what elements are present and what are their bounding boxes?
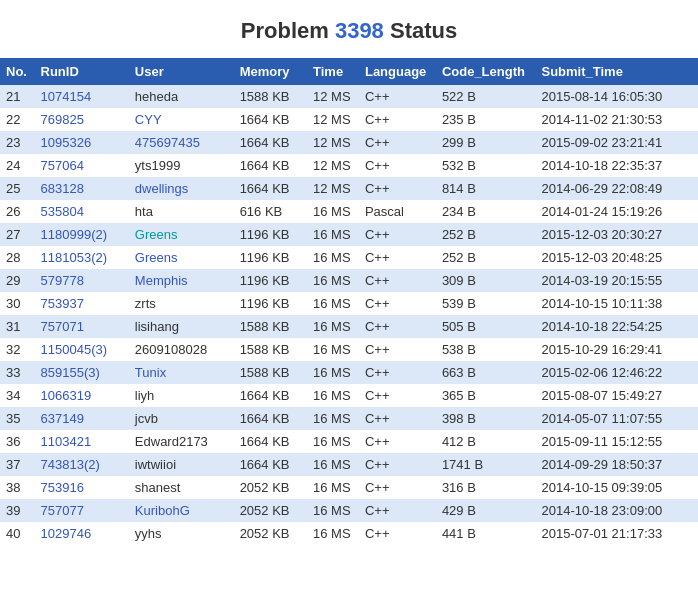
user-link[interactable]: 475697435	[135, 135, 200, 150]
cell-runid: 1103421	[35, 430, 129, 453]
runid-link[interactable]: 743813(2)	[41, 457, 100, 472]
cell-submit-time: 2014-10-15 10:11:38	[536, 292, 699, 315]
runid-link[interactable]: 757064	[41, 158, 84, 173]
user-link[interactable]: Tunix	[135, 365, 166, 380]
runid-link[interactable]: 757077	[41, 503, 84, 518]
runid-link[interactable]: 1180999(2)	[41, 227, 108, 242]
col-code-length: Code_Length	[436, 58, 536, 85]
cell-memory: 1196 KB	[234, 246, 307, 269]
runid-link[interactable]: 757071	[41, 319, 84, 334]
cell-user: heheda	[129, 85, 234, 108]
cell-time: 16 MS	[307, 476, 359, 499]
cell-time: 16 MS	[307, 384, 359, 407]
cell-user: liyh	[129, 384, 234, 407]
cell-time: 16 MS	[307, 430, 359, 453]
cell-code-length: 429 B	[436, 499, 536, 522]
runid-link[interactable]: 579778	[41, 273, 84, 288]
runid-link[interactable]: 1029746	[41, 526, 92, 541]
table-row: 35637149jcvb1664 KB16 MSC++398 B2014-05-…	[0, 407, 698, 430]
cell-runid: 1066319	[35, 384, 129, 407]
cell-code-length: 1741 B	[436, 453, 536, 476]
runid-link[interactable]: 753937	[41, 296, 84, 311]
cell-user: yyhs	[129, 522, 234, 545]
cell-memory: 1664 KB	[234, 108, 307, 131]
runid-link[interactable]: 1095326	[41, 135, 92, 150]
cell-language: C++	[359, 292, 436, 315]
cell-runid: 757064	[35, 154, 129, 177]
cell-memory: 1664 KB	[234, 154, 307, 177]
cell-user: CYY	[129, 108, 234, 131]
cell-submit-time: 2015-08-14 16:05:30	[536, 85, 699, 108]
cell-language: C++	[359, 223, 436, 246]
table-row: 271180999(2)Greens1196 KB16 MSC++252 B20…	[0, 223, 698, 246]
cell-runid: 757071	[35, 315, 129, 338]
cell-language: C++	[359, 131, 436, 154]
title-prefix: Problem	[241, 18, 335, 43]
cell-memory: 1588 KB	[234, 361, 307, 384]
cell-user: Greens	[129, 246, 234, 269]
runid-link[interactable]: 683128	[41, 181, 84, 196]
cell-user: lisihang	[129, 315, 234, 338]
cell-user: Edward2173	[129, 430, 234, 453]
cell-memory: 1664 KB	[234, 131, 307, 154]
cell-submit-time: 2015-08-07 15:49:27	[536, 384, 699, 407]
cell-submit-time: 2014-10-18 22:35:37	[536, 154, 699, 177]
cell-no: 25	[0, 177, 35, 200]
runid-link[interactable]: 1181053(2)	[41, 250, 108, 265]
cell-time: 16 MS	[307, 315, 359, 338]
cell-runid: 859155(3)	[35, 361, 129, 384]
cell-user: dwellings	[129, 177, 234, 200]
runid-link[interactable]: 637149	[41, 411, 84, 426]
cell-submit-time: 2014-10-15 09:39:05	[536, 476, 699, 499]
runid-link[interactable]: 1066319	[41, 388, 92, 403]
cell-runid: 757077	[35, 499, 129, 522]
cell-no: 37	[0, 453, 35, 476]
user-link[interactable]: Greens	[135, 250, 178, 265]
cell-code-length: 539 B	[436, 292, 536, 315]
cell-code-length: 252 B	[436, 223, 536, 246]
cell-submit-time: 2015-10-29 16:29:41	[536, 338, 699, 361]
table-row: 361103421Edward21731664 KB16 MSC++412 B2…	[0, 430, 698, 453]
cell-language: C++	[359, 522, 436, 545]
table-row: 401029746yyhs2052 KB16 MSC++441 B2015-07…	[0, 522, 698, 545]
cell-code-length: 234 B	[436, 200, 536, 223]
cell-language: C++	[359, 85, 436, 108]
user-link[interactable]: dwellings	[135, 181, 188, 196]
cell-time: 16 MS	[307, 499, 359, 522]
cell-no: 26	[0, 200, 35, 223]
cell-submit-time: 2015-12-03 20:48:25	[536, 246, 699, 269]
user-link[interactable]: CYY	[135, 112, 162, 127]
cell-runid: 535804	[35, 200, 129, 223]
user-link[interactable]: Greens	[135, 227, 178, 242]
cell-user: hta	[129, 200, 234, 223]
cell-memory: 1588 KB	[234, 338, 307, 361]
cell-no: 23	[0, 131, 35, 154]
runid-link[interactable]: 769825	[41, 112, 84, 127]
cell-no: 27	[0, 223, 35, 246]
cell-memory: 1196 KB	[234, 269, 307, 292]
cell-time: 16 MS	[307, 407, 359, 430]
runid-link[interactable]: 753916	[41, 480, 84, 495]
user-link[interactable]: KuribohG	[135, 503, 190, 518]
user-link[interactable]: Memphis	[135, 273, 188, 288]
cell-time: 12 MS	[307, 108, 359, 131]
cell-no: 36	[0, 430, 35, 453]
runid-link[interactable]: 1150045(3)	[41, 342, 108, 357]
cell-memory: 1664 KB	[234, 453, 307, 476]
cell-memory: 1588 KB	[234, 85, 307, 108]
cell-language: C++	[359, 246, 436, 269]
cell-code-length: 252 B	[436, 246, 536, 269]
runid-link[interactable]: 1103421	[41, 434, 92, 449]
cell-runid: 1181053(2)	[35, 246, 129, 269]
table-row: 37743813(2)iwtwiioi1664 KB16 MSC++1741 B…	[0, 453, 698, 476]
runid-link[interactable]: 1074154	[41, 89, 92, 104]
cell-code-length: 235 B	[436, 108, 536, 131]
cell-submit-time: 2015-09-02 23:21:41	[536, 131, 699, 154]
cell-language: C++	[359, 476, 436, 499]
runid-link[interactable]: 859155(3)	[41, 365, 100, 380]
cell-language: C++	[359, 108, 436, 131]
cell-submit-time: 2015-12-03 20:30:27	[536, 223, 699, 246]
cell-no: 38	[0, 476, 35, 499]
table-row: 341066319liyh1664 KB16 MSC++365 B2015-08…	[0, 384, 698, 407]
runid-link[interactable]: 535804	[41, 204, 84, 219]
